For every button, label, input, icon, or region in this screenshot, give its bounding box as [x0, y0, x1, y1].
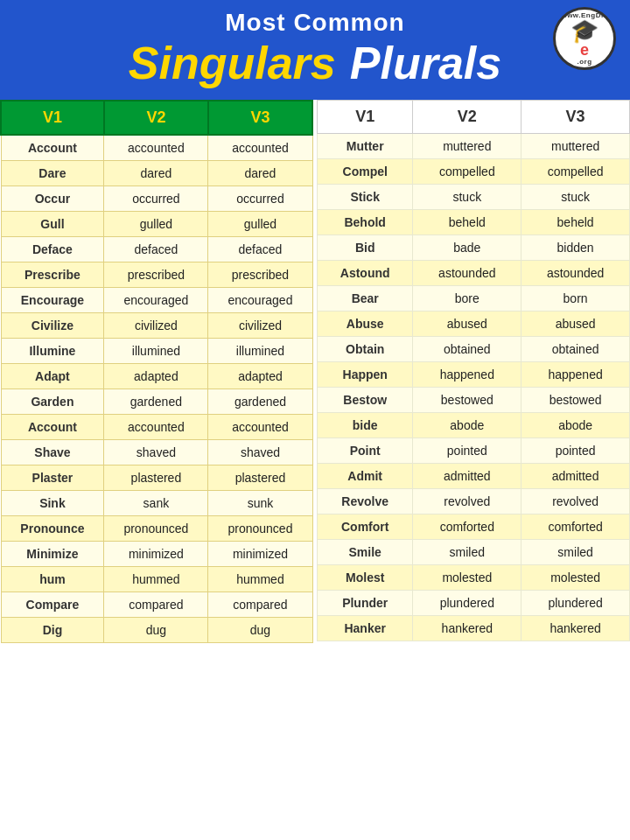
v2-cell: astounded [413, 261, 522, 286]
v1-cell: Deface [1, 237, 104, 262]
left-table-section: V1 V2 V3 AccountaccountedaccountedDareda… [0, 100, 313, 643]
v1-cell: Compel [318, 159, 413, 185]
v1-cell: Stick [318, 185, 413, 210]
table-row: Muttermutteredmuttered [318, 134, 630, 159]
table-row: Obtainobtainedobtained [318, 337, 630, 362]
v2-cell: sank [104, 491, 208, 516]
v1-cell: Pronounce [1, 516, 104, 542]
v1-cell: Garden [1, 389, 104, 415]
header: Most Common Singulars Plurals www.EngDic… [0, 0, 630, 100]
v2-cell: obtained [413, 337, 522, 362]
left-col-v1: V1 [1, 101, 104, 135]
table-row: Adaptadaptedadapted [1, 364, 312, 389]
v2-cell: gardened [104, 389, 208, 415]
v1-cell: Obtain [318, 337, 413, 362]
logo-icon: 🎓 [570, 19, 598, 42]
v1-cell: Astound [318, 261, 413, 286]
v3-cell: bidden [522, 235, 630, 261]
table-row: Pronouncepronouncedpronounced [1, 516, 312, 542]
table-row: Civilizecivilizedcivilized [1, 313, 312, 339]
table-row: Hankerhankeredhankered [318, 616, 630, 641]
v3-cell: astounded [522, 261, 630, 286]
v3-cell: abode [522, 413, 630, 438]
v2-cell: plastered [104, 466, 208, 491]
table-row: Bearboreborn [318, 286, 630, 312]
table-row: Accountaccountedaccounted [1, 135, 312, 161]
right-table-section: V1 V2 V3 MuttermutteredmutteredCompelcom… [317, 100, 630, 643]
table-row: Bestowbestowedbestowed [318, 388, 630, 413]
v1-cell: bide [318, 413, 413, 438]
v2-cell: shaved [104, 440, 208, 466]
v2-cell: happened [413, 362, 522, 388]
v3-cell: civilized [208, 313, 312, 339]
v1-cell: Bear [318, 286, 413, 312]
table-row: Defacedefaceddefaced [1, 237, 312, 262]
v2-cell: minimized [104, 542, 208, 567]
v2-cell: dared [104, 161, 208, 186]
logo-bottom-text: .org [577, 58, 592, 66]
v3-cell: accounted [208, 415, 312, 440]
v2-cell: admitted [413, 464, 522, 489]
v3-cell: prescribed [208, 262, 312, 288]
v1-cell: Bid [318, 235, 413, 261]
table-row: Digdugdug [1, 618, 312, 643]
v2-cell: illumined [104, 339, 208, 364]
table-row: Occuroccurredoccurred [1, 186, 312, 212]
v1-cell: Molest [318, 565, 413, 591]
v2-cell: smiled [413, 540, 522, 565]
v2-cell: bestowed [413, 388, 522, 413]
v3-cell: illumined [208, 339, 312, 364]
v1-cell: Comfort [318, 514, 413, 540]
v3-cell: beheld [522, 210, 630, 235]
table-row: Happenhappenedhappened [318, 362, 630, 388]
table-row: bideabodeabode [318, 413, 630, 438]
v3-cell: molested [522, 565, 630, 591]
table-row: Compelcompelledcompelled [318, 159, 630, 185]
v1-cell: Sink [1, 491, 104, 516]
table-row: Accountaccountedaccounted [1, 415, 312, 440]
table-row: Abuseabusedabused [318, 312, 630, 337]
v3-cell: dug [208, 618, 312, 643]
v2-cell: defaced [104, 237, 208, 262]
v3-cell: abused [522, 312, 630, 337]
v2-cell: stuck [413, 185, 522, 210]
table-row: Comparecomparedcompared [1, 592, 312, 618]
v1-cell: Civilize [1, 313, 104, 339]
v3-cell: happened [522, 362, 630, 388]
table-row: Bidbadebidden [318, 235, 630, 261]
v3-cell: encouraged [208, 288, 312, 313]
v2-cell: adapted [104, 364, 208, 389]
table-row: Plasterplasteredplastered [1, 466, 312, 491]
table-row: Gardengardenedgardened [1, 389, 312, 415]
v1-cell: Encourage [1, 288, 104, 313]
right-table: V1 V2 V3 MuttermutteredmutteredCompelcom… [317, 100, 630, 641]
right-col-v1: V1 [318, 101, 413, 134]
v3-cell: smiled [522, 540, 630, 565]
v1-cell: Dare [1, 161, 104, 186]
v3-cell: stuck [522, 185, 630, 210]
v3-cell: born [522, 286, 630, 312]
v2-cell: compared [104, 592, 208, 618]
v1-cell: Mutter [318, 134, 413, 159]
logo: www.EngDic 🎓 e .org [553, 7, 616, 70]
table-row: Encourageencouragedencouraged [1, 288, 312, 313]
right-table-header-row: V1 V2 V3 [318, 101, 630, 134]
v3-cell: plastered [208, 466, 312, 491]
v2-cell: compelled [413, 159, 522, 185]
singulars-title: Singulars [129, 37, 336, 89]
v3-cell: hankered [522, 616, 630, 641]
table-row: humhummedhummed [1, 567, 312, 592]
table-row: Prescribeprescribedprescribed [1, 262, 312, 288]
table-row: Pointpointedpointed [318, 438, 630, 464]
v3-cell: shaved [208, 440, 312, 466]
v1-cell: Minimize [1, 542, 104, 567]
v1-cell: Occur [1, 186, 104, 212]
v2-cell: abode [413, 413, 522, 438]
content-area: V1 V2 V3 AccountaccountedaccountedDareda… [0, 100, 630, 643]
v2-cell: civilized [104, 313, 208, 339]
v3-cell: gulled [208, 212, 312, 237]
table-row: Shaveshavedshaved [1, 440, 312, 466]
table-row: Gullgulledgulled [1, 212, 312, 237]
table-row: Minimizeminimizedminimized [1, 542, 312, 567]
v3-cell: defaced [208, 237, 312, 262]
